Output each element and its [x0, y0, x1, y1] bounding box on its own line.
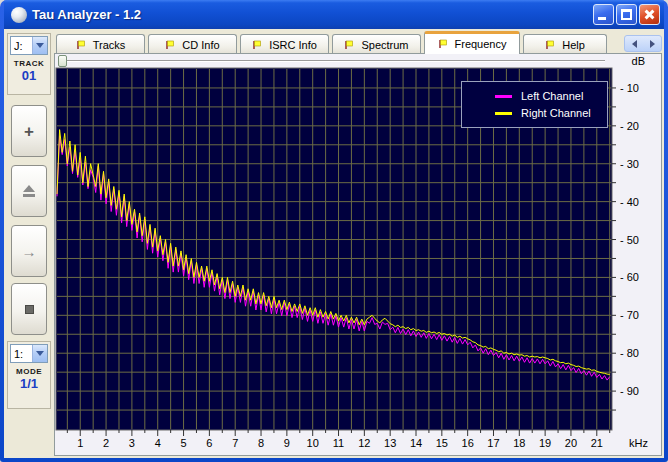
x-axis-tick-label: 4 [155, 437, 161, 449]
analyze-button[interactable]: → [11, 225, 47, 277]
slider-track[interactable] [59, 60, 605, 62]
y-axis-tick-label: - 10 [620, 82, 639, 94]
chevron-down-icon [36, 351, 44, 356]
y-axis-tick-label: - 40 [620, 196, 639, 208]
close-button[interactable] [639, 4, 660, 25]
tab-flag-icon [438, 39, 448, 49]
mode-select-value: 1: [11, 348, 32, 360]
eject-button[interactable] [11, 165, 47, 217]
drive-select-dropdown-button[interactable] [32, 37, 47, 54]
window-title: Tau Analyzer - 1.2 [32, 7, 593, 22]
maximize-button[interactable] [616, 4, 637, 25]
stop-icon [25, 305, 34, 314]
maximize-icon [621, 9, 632, 20]
position-slider [55, 54, 609, 67]
left-channel-color-swatch [495, 95, 512, 98]
y-axis-tick-label: - 60 [620, 271, 639, 283]
tab-frequency[interactable]: Frequency [424, 31, 520, 54]
legend-label: Right Channel [521, 107, 591, 119]
y-axis-tick-label: - 90 [620, 385, 639, 397]
frequency-panel: dB 123456789101112131415161718192021kHz-… [54, 53, 662, 456]
x-axis-tick-label: 6 [206, 437, 212, 449]
y-axis-tick-label: - 70 [620, 309, 639, 321]
x-axis-tick-label: 10 [307, 437, 319, 449]
x-axis-tick-label: 15 [436, 437, 448, 449]
x-axis-tick-label: 14 [410, 437, 422, 449]
x-axis-tick-label: 5 [180, 437, 186, 449]
eject-icon [23, 185, 35, 197]
y-axis-tick-label: - 80 [620, 347, 639, 359]
app-window: Tau Analyzer - 1.2 J: TRACK 01 + [0, 0, 668, 462]
y-axis-tick-label: - 30 [620, 158, 639, 170]
slider-thumb[interactable] [58, 55, 67, 67]
scroll-tabs-right-button[interactable] [650, 40, 655, 48]
y-axis-tick-label: - 20 [620, 120, 639, 132]
y-axis-tick-label: - 50 [620, 234, 639, 246]
x-axis-tick-label: 7 [232, 437, 238, 449]
x-axis-tick-label: 3 [129, 437, 135, 449]
tab-spectrum[interactable]: Spectrum [332, 34, 421, 54]
x-axis-tick-label: 19 [539, 437, 551, 449]
tab-cd-info[interactable]: CD Info [148, 34, 237, 54]
sidebar: J: TRACK 01 + → 1: [6, 31, 52, 456]
tab-flag-icon [344, 40, 354, 50]
legend-item-right-channel: Right Channel [495, 107, 607, 119]
tab-bar: Tracks CD Info ISRC Info Spectrum Freque… [56, 31, 662, 54]
minimize-button[interactable] [593, 4, 614, 25]
tab-label: Help [562, 39, 585, 51]
x-axis-tick-label: 17 [487, 437, 499, 449]
stop-button[interactable] [11, 283, 47, 335]
client-area: J: TRACK 01 + → 1: [4, 29, 664, 458]
tab-label: CD Info [182, 39, 219, 51]
drive-select[interactable]: J: [10, 36, 48, 55]
legend-label: Left Channel [521, 90, 583, 102]
chart-legend: Left Channel Right Channel [461, 81, 608, 128]
x-axis-tick-label: 11 [333, 437, 344, 449]
app-icon [11, 7, 27, 23]
plus-icon: + [24, 123, 34, 140]
y-axis-unit-label: dB [632, 55, 645, 67]
tab-isrc-info[interactable]: ISRC Info [240, 34, 329, 54]
right-channel-color-swatch [495, 112, 512, 115]
mode-select-dropdown-button[interactable] [32, 345, 47, 362]
tab-label: Frequency [455, 38, 507, 50]
tab-label: ISRC Info [269, 39, 317, 51]
tab-scroll-control [624, 35, 662, 52]
tab-flag-icon [252, 40, 262, 50]
x-axis-tick-label: 18 [513, 437, 525, 449]
tab-label: Tracks [93, 39, 126, 51]
scroll-tabs-left-button[interactable] [632, 40, 637, 48]
x-axis-tick-label: 9 [284, 437, 290, 449]
arrow-right-icon: → [22, 243, 37, 260]
legend-item-left-channel: Left Channel [495, 90, 607, 102]
tab-label: Spectrum [361, 39, 408, 51]
tab-flag-icon [545, 40, 555, 50]
x-axis-tick-label: 21 [591, 437, 603, 449]
x-axis-tick-label: 12 [358, 437, 370, 449]
x-axis-unit-label: kHz [629, 437, 648, 449]
mode-panel: 1: MODE 1/1 [7, 341, 51, 409]
mode-label: MODE [10, 367, 48, 376]
chevron-down-icon [36, 43, 44, 48]
x-axis-tick-label: 20 [565, 437, 577, 449]
mode-select[interactable]: 1: [10, 344, 48, 363]
track-label: TRACK [10, 59, 48, 68]
tab-tracks[interactable]: Tracks [56, 34, 145, 54]
x-axis-tick-label: 13 [384, 437, 396, 449]
drive-select-value: J: [11, 40, 32, 52]
track-number: 01 [10, 68, 48, 83]
drive-panel: J: TRACK 01 [7, 33, 51, 95]
tab-flag-icon [165, 40, 175, 50]
tab-help[interactable]: Help [523, 34, 607, 54]
title-bar: Tau Analyzer - 1.2 [4, 0, 664, 29]
add-button[interactable]: + [11, 105, 47, 157]
x-axis-tick-label: 2 [103, 437, 109, 449]
minimize-icon [598, 17, 606, 20]
x-axis-tick-label: 8 [258, 437, 264, 449]
x-axis-tick-label: 16 [462, 437, 474, 449]
tab-flag-icon [76, 40, 86, 50]
x-axis-tick-label: 1 [77, 437, 83, 449]
mode-value: 1/1 [10, 376, 48, 391]
